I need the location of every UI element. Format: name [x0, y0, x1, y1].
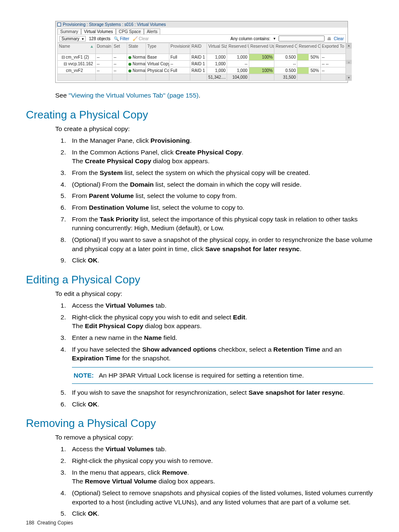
list-item: Right-click the physical copy you wish t…	[68, 456, 373, 465]
steps-removing: Access the Virtual Volumes tab.Right-cli…	[55, 445, 373, 518]
column-header[interactable]: Virtual Size (GB)	[207, 43, 227, 54]
column-header[interactable]: Provisioning	[169, 43, 190, 54]
clear-link-left[interactable]: 🧹 Clear	[133, 36, 149, 41]
scroll-thumb[interactable]: =	[346, 60, 352, 64]
list-item: Click OK.	[68, 509, 373, 518]
scroll-down-icon[interactable]: ▾	[346, 75, 352, 81]
intro-removing: To remove a physical copy:	[55, 433, 373, 442]
list-item: In the Common Actions Panel, click Creat…	[68, 148, 373, 166]
tab-summary[interactable]: Summary	[57, 28, 81, 34]
list-item: In the menu that appears, click Remove.T…	[68, 468, 373, 486]
list-item: Click OK.	[68, 400, 373, 409]
column-header[interactable]: Name ▲	[58, 43, 96, 54]
list-item: Click OK.	[68, 256, 373, 265]
list-item: Access the Virtual Volumes tab.	[68, 301, 373, 310]
list-item: From the Task Priority list, select the …	[68, 215, 373, 233]
see-reference: See "Viewing the Virtual Volumes Tab" (p…	[55, 91, 373, 100]
list-item: (Optional) From the Domain list, select …	[68, 180, 373, 189]
window-icon	[57, 23, 61, 26]
list-item: Enter a new name in the Name field.	[68, 333, 373, 342]
intro-editing: To edit a physical copy:	[55, 290, 373, 298]
filter-link[interactable]: 🔍 Filter	[114, 36, 129, 41]
heading-editing: Editing a Physical Copy	[26, 273, 373, 286]
column-header[interactable]: Type	[146, 43, 169, 54]
breadcrumb-bar: Provisioning : Storage Systems : s016 : …	[56, 21, 348, 28]
list-item: Access the Virtual Volumes tab.	[68, 445, 373, 454]
list-item: (Optional) Select to remove snapshots an…	[68, 488, 373, 506]
print-icon[interactable]: 🖶	[327, 36, 331, 41]
list-item: If you have selected the Show advanced o…	[68, 345, 373, 384]
scroll-up-icon[interactable]: ▴	[346, 43, 352, 49]
list-item: From Parent Volume list, select the volu…	[68, 191, 373, 200]
tabs-bar: SummaryVirtual VolumesCPG SpaceAlerts	[56, 28, 348, 34]
tab-virtual-volumes[interactable]: Virtual Volumes	[81, 28, 116, 34]
column-header[interactable]: State	[127, 43, 146, 54]
table-row[interactable]: ⊟ vvcp.161.162----NormalVirtual Copy--RA…	[58, 61, 346, 67]
chevron-down-icon: ▼	[81, 37, 84, 41]
steps-editing: Access the Virtual Volumes tab.Right-cli…	[55, 301, 373, 409]
column-header[interactable]: Exported To	[320, 43, 345, 54]
heading-removing: Removing a Physical Copy	[26, 417, 373, 430]
summary-dropdown[interactable]: Summary ▼	[59, 36, 86, 41]
page-footer: 188 Creating Copies	[26, 520, 73, 526]
column-header[interactable]: Set	[112, 43, 127, 54]
tab-alerts[interactable]: Alerts	[144, 28, 161, 34]
clear-link-right[interactable]: Clear	[334, 36, 344, 41]
column-header[interactable]: RAID	[190, 43, 207, 54]
column-header[interactable]: Reserved User Size (% Virtual)	[249, 43, 274, 54]
objects-count: 128 objects	[89, 36, 110, 41]
chevron-down-icon: ▼	[273, 37, 276, 41]
steps-creating: In the Manager Pane, click Provisioning.…	[55, 136, 373, 265]
virtual-volumes-screenshot: Provisioning : Storage Systems : s016 : …	[55, 21, 348, 83]
list-item: In the Manager Pane, click Provisioning.	[68, 136, 373, 145]
see-link[interactable]: "Viewing the Virtual Volumes Tab" (page …	[69, 92, 199, 99]
table-row[interactable]: cm_vvF2----NormalPhysical CopyFullRAID 1…	[58, 67, 346, 74]
virtual-volumes-table[interactable]: Name ▲DomainSetStateTypeProvisioningRAID…	[57, 43, 346, 81]
list-item: (Optional) If you want to save a snapsho…	[68, 235, 373, 253]
filter-input[interactable]	[279, 36, 325, 41]
intro-creating: To create a physical copy:	[55, 125, 373, 134]
vertical-scrollbar[interactable]: ▴ = ▾	[346, 43, 352, 81]
note-text: An HP 3PAR Virtual Lock license is requi…	[99, 372, 304, 379]
column-header[interactable]: Domain	[95, 43, 112, 54]
list-item: Right-click the physical copy you wish t…	[68, 313, 373, 331]
tab-cpg-space[interactable]: CPG Space	[116, 28, 144, 34]
toolbar: Summary ▼ 128 objects 🔍 Filter 🧹 Clear A…	[57, 34, 346, 43]
list-item: From the System list, select the system …	[68, 168, 373, 177]
column-header[interactable]: Reserved User Size (GB)	[227, 43, 249, 54]
any-column-label: Any column contains:	[230, 36, 270, 41]
note-label: NOTE:	[74, 372, 94, 379]
column-header[interactable]: Reserved Copy Size (GB)	[274, 43, 297, 54]
column-header[interactable]: Reserved Copy Size (% Virtual)	[297, 43, 320, 54]
breadcrumb-text: Provisioning : Storage Systems : s016 : …	[63, 22, 166, 27]
list-item: From Destination Volume list, select the…	[68, 203, 373, 212]
note-block: NOTE:An HP 3PAR Virtual Lock license is …	[72, 367, 373, 384]
heading-creating: Creating a Physical Copy	[26, 108, 373, 121]
table-row[interactable]: ⊟ cm_vvF1 (2)----NormalBaseFullRAID 11,0…	[58, 54, 346, 61]
list-item: If you wish to save the snapshot for res…	[68, 388, 373, 397]
